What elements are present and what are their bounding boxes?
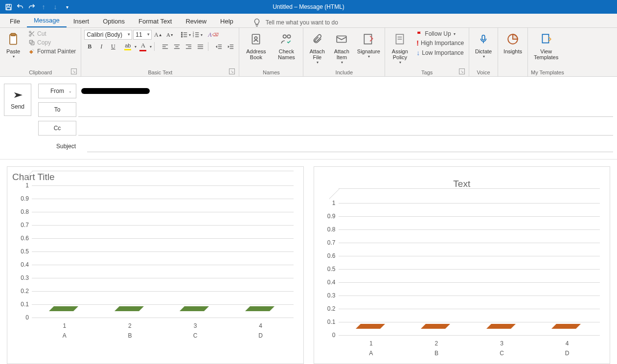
redo-icon[interactable] bbox=[26, 1, 37, 12]
chevron-down-icon: ▾ bbox=[13, 54, 15, 59]
chart-right[interactable]: Text 10.90.80.70.60.50.40.30.20.10 1234 … bbox=[314, 166, 611, 364]
highlight-button[interactable]: ab bbox=[122, 42, 133, 51]
paste-label: Paste bbox=[6, 48, 20, 54]
up-arrow-icon: ↑ bbox=[38, 1, 49, 12]
increase-indent-button[interactable] bbox=[225, 42, 236, 51]
high-importance-button[interactable]: ! High Importance bbox=[414, 39, 466, 47]
copy-button[interactable]: Copy bbox=[26, 39, 78, 46]
to-button[interactable]: To bbox=[38, 102, 76, 117]
font-size-select[interactable]: 11▾ bbox=[133, 30, 152, 40]
cc-button[interactable]: Cc bbox=[38, 121, 76, 136]
align-center-button[interactable] bbox=[171, 42, 182, 51]
window-title: Untitled – Message (HTML) bbox=[273, 3, 344, 10]
chart-right-title: Text bbox=[319, 179, 605, 189]
view-templates-button[interactable]: View Templates bbox=[531, 30, 561, 61]
tell-me-search[interactable]: Tell me what you want to do bbox=[252, 18, 338, 27]
subject-field[interactable] bbox=[87, 140, 613, 152]
tab-message[interactable]: Message bbox=[27, 14, 67, 27]
svg-rect-2 bbox=[6, 7, 10, 10]
decrease-indent-button[interactable] bbox=[213, 42, 224, 51]
templates-icon bbox=[540, 33, 552, 46]
cut-button[interactable]: Cut bbox=[26, 30, 78, 38]
svg-rect-4 bbox=[11, 33, 15, 36]
undo-icon[interactable] bbox=[15, 1, 25, 12]
tab-file[interactable]: File bbox=[3, 15, 27, 27]
check-names-button[interactable]: Check Names bbox=[273, 30, 300, 61]
down-arrow-icon: ↓ bbox=[416, 49, 420, 57]
chart-left-plot: 10.90.80.70.60.50.40.30.20.10 bbox=[32, 185, 294, 318]
bold-button[interactable]: B bbox=[84, 42, 95, 51]
clipboard-dialog-launcher[interactable]: ↘ bbox=[71, 68, 77, 74]
paperclip-icon bbox=[312, 33, 322, 46]
signature-button[interactable]: Signature▾ bbox=[355, 30, 382, 60]
shrink-font-button[interactable]: A▼ bbox=[164, 30, 175, 40]
compose-header: ➤ Send From ⌄ To Cc Subject bbox=[0, 77, 617, 159]
save-icon[interactable] bbox=[3, 1, 14, 12]
customize-qat-icon[interactable]: ▾ bbox=[62, 1, 72, 12]
ribbon-tabs: File Message Insert Options Format Text … bbox=[0, 14, 617, 28]
justify-button[interactable] bbox=[195, 42, 206, 51]
underline-button[interactable]: U bbox=[108, 42, 118, 51]
clear-formatting-button[interactable]: A⌫ bbox=[207, 30, 218, 40]
svg-text:3: 3 bbox=[193, 35, 194, 38]
tab-options[interactable]: Options bbox=[96, 15, 132, 27]
microphone-icon bbox=[478, 33, 489, 46]
group-insights: Insights bbox=[498, 28, 528, 76]
insights-button[interactable]: Insights bbox=[501, 30, 525, 55]
address-book-button[interactable]: Address Book bbox=[242, 30, 270, 61]
low-importance-button[interactable]: ↓ Low Importance bbox=[414, 48, 466, 57]
address-book-icon bbox=[250, 33, 262, 46]
down-arrow-icon: ↓ bbox=[50, 1, 61, 12]
attach-file-button[interactable]: Attach File▾ bbox=[306, 30, 328, 66]
send-button[interactable]: ➤ Send bbox=[4, 84, 31, 116]
cc-field[interactable] bbox=[78, 121, 613, 136]
scissors-icon bbox=[28, 30, 35, 37]
font-name-select[interactable]: Calibri (Body)▾ bbox=[84, 30, 132, 40]
chart-right-x-alpha: ABCD bbox=[339, 350, 600, 357]
dictate-button[interactable]: Dictate▾ bbox=[472, 30, 495, 60]
tags-dialog-launcher[interactable]: ↘ bbox=[459, 68, 465, 74]
lightbulb-icon bbox=[252, 18, 262, 27]
align-left-button[interactable] bbox=[160, 42, 170, 51]
attach-item-icon bbox=[335, 33, 348, 46]
tab-help[interactable]: Help bbox=[213, 15, 240, 27]
group-basic-text: Calibri (Body)▾ 11▾ A▲ A▼ ▾ 123▾ A⌫ B bbox=[81, 28, 239, 76]
chart-left[interactable]: Chart Title 10.90.80.70.60.50.40.30.20.1… bbox=[7, 166, 304, 364]
from-button[interactable]: From ⌄ bbox=[38, 84, 76, 98]
check-names-icon bbox=[280, 33, 293, 46]
tab-insert[interactable]: Insert bbox=[67, 15, 96, 27]
format-painter-button[interactable]: Format Painter bbox=[26, 47, 78, 55]
basic-text-dialog-launcher[interactable]: ↘ bbox=[229, 68, 235, 74]
insights-icon bbox=[506, 33, 519, 46]
svg-point-41 bbox=[283, 35, 287, 38]
exclamation-icon: ! bbox=[416, 39, 419, 47]
svg-rect-43 bbox=[337, 36, 347, 43]
chart-right-plot: 10.90.80.70.60.50.40.30.20.10 bbox=[339, 203, 600, 335]
font-color-button[interactable]: A bbox=[137, 42, 148, 51]
numbering-button[interactable]: 123▾ bbox=[192, 30, 203, 40]
bullets-button[interactable]: ▾ bbox=[180, 30, 191, 40]
copy-icon bbox=[28, 39, 35, 46]
message-body[interactable]: Chart Title 10.90.80.70.60.50.40.30.20.1… bbox=[0, 159, 617, 364]
follow-up-button[interactable]: Follow Up▾ bbox=[414, 30, 466, 38]
grow-font-button[interactable]: A▲ bbox=[153, 30, 163, 40]
italic-button[interactable]: I bbox=[96, 42, 107, 51]
flag-icon bbox=[416, 31, 423, 37]
assign-policy-button[interactable]: Assign Policy▾ bbox=[388, 30, 411, 66]
svg-point-40 bbox=[255, 37, 257, 39]
tab-review[interactable]: Review bbox=[179, 15, 213, 27]
group-include: Attach File▾ Attach Item▾ Signature▾ Inc… bbox=[303, 28, 385, 76]
group-my-templates: View Templates My Templates bbox=[528, 28, 567, 76]
svg-point-42 bbox=[288, 35, 291, 38]
tab-format-text[interactable]: Format Text bbox=[132, 15, 179, 27]
chart-left-x-alpha: ABCD bbox=[32, 332, 294, 339]
svg-rect-44 bbox=[365, 34, 372, 44]
group-clipboard: Paste ▾ Cut Copy Format Painter Clipboar… bbox=[0, 28, 81, 76]
to-field[interactable] bbox=[78, 102, 613, 117]
attach-item-button[interactable]: Attach Item▾ bbox=[331, 30, 352, 66]
paintbrush-icon bbox=[28, 48, 35, 55]
svg-rect-1 bbox=[7, 4, 9, 6]
svg-point-5 bbox=[29, 31, 31, 33]
paste-button[interactable]: Paste ▾ bbox=[3, 30, 23, 60]
align-right-button[interactable] bbox=[183, 42, 194, 51]
